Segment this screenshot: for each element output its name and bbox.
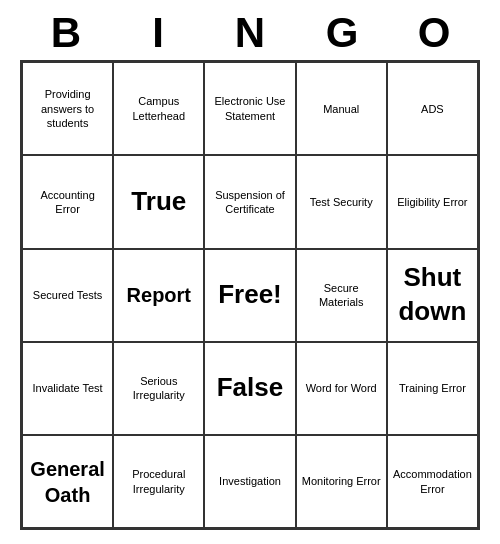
bingo-cell-4: ADS (387, 62, 478, 155)
bingo-cell-22: Investigation (204, 435, 295, 528)
bingo-letter-O: O (390, 10, 478, 56)
bingo-cell-8: Test Security (296, 155, 387, 248)
bingo-cell-6: True (113, 155, 204, 248)
bingo-letter-B: B (22, 10, 110, 56)
bingo-cell-10: Secured Tests (22, 249, 113, 342)
bingo-cell-21: Procedural Irregularity (113, 435, 204, 528)
bingo-cell-23: Monitoring Error (296, 435, 387, 528)
bingo-cell-2: Electronic Use Statement (204, 62, 295, 155)
bingo-cell-24: Accommodation Error (387, 435, 478, 528)
bingo-letter-N: N (206, 10, 294, 56)
bingo-letter-I: I (114, 10, 202, 56)
bingo-cell-18: Word for Word (296, 342, 387, 435)
bingo-cell-16: Serious Irregularity (113, 342, 204, 435)
bingo-letter-G: G (298, 10, 386, 56)
bingo-cell-5: Accounting Error (22, 155, 113, 248)
bingo-cell-3: Manual (296, 62, 387, 155)
bingo-cell-20: General Oath (22, 435, 113, 528)
bingo-cell-15: Invalidate Test (22, 342, 113, 435)
bingo-cell-17: False (204, 342, 295, 435)
bingo-cell-11: Report (113, 249, 204, 342)
bingo-cell-9: Eligibility Error (387, 155, 478, 248)
bingo-cell-19: Training Error (387, 342, 478, 435)
bingo-title-row: BINGO (20, 10, 480, 56)
bingo-cell-7: Suspension of Certificate (204, 155, 295, 248)
bingo-cell-13: Secure Materials (296, 249, 387, 342)
bingo-cell-1: Campus Letterhead (113, 62, 204, 155)
bingo-grid: Providing answers to studentsCampus Lett… (20, 60, 480, 530)
bingo-cell-0: Providing answers to students (22, 62, 113, 155)
bingo-cell-12: Free! (204, 249, 295, 342)
bingo-cell-14: Shut down (387, 249, 478, 342)
